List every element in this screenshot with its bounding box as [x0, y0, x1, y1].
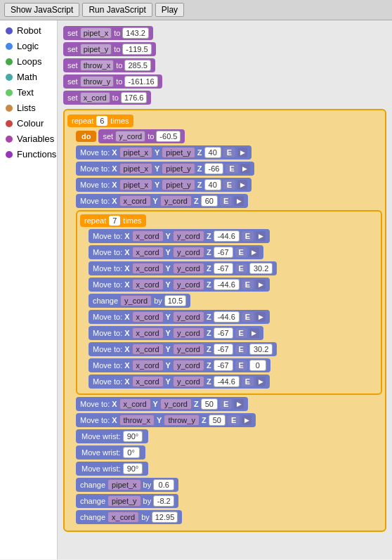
- x-var[interactable]: x_cord: [119, 398, 151, 410]
- y-var[interactable]: y_cord: [173, 376, 204, 387]
- change-var-name[interactable]: pipet_x: [107, 479, 141, 490]
- e-button[interactable]: E: [242, 312, 254, 322]
- e-button[interactable]: E: [235, 360, 247, 370]
- show-js-button[interactable]: Show JavaScript: [4, 3, 79, 17]
- set-var-name[interactable]: pipet_x: [80, 27, 112, 39]
- sidebar-item-colour[interactable]: Colour: [0, 116, 57, 131]
- x-var[interactable]: pipet_x: [119, 179, 152, 190]
- change-var-val[interactable]: 0.6: [153, 479, 174, 490]
- inner-repeat-count[interactable]: 7: [109, 216, 120, 226]
- sidebar-item-robot[interactable]: Robot: [0, 23, 57, 38]
- set-var-name[interactable]: throw_y: [80, 76, 115, 87]
- x-var[interactable]: x_cord: [132, 344, 164, 355]
- z-val[interactable]: -67: [214, 360, 233, 371]
- e-button[interactable]: E: [220, 399, 232, 409]
- y-var[interactable]: y_cord: [160, 195, 192, 207]
- e-button[interactable]: E: [223, 180, 235, 190]
- ycord-var[interactable]: y_cord: [115, 131, 145, 142]
- wrist-val[interactable]: 0°: [123, 447, 140, 458]
- change-var-name[interactable]: x_cord: [107, 512, 139, 523]
- y-var[interactable]: pipet_y: [162, 147, 195, 158]
- e-button[interactable]: E: [235, 247, 247, 257]
- y-var[interactable]: y_cord: [173, 360, 204, 371]
- z-val[interactable]: -67: [214, 327, 233, 339]
- e-button[interactable]: E: [228, 415, 240, 425]
- x-var[interactable]: x_cord: [132, 376, 164, 387]
- y-var[interactable]: y_cord: [173, 263, 204, 274]
- x-var[interactable]: x_cord: [132, 263, 164, 274]
- change-var-val[interactable]: 12.95: [152, 512, 178, 523]
- change-val[interactable]: 10.5: [164, 295, 186, 306]
- set-var-val[interactable]: -161.16: [124, 76, 157, 87]
- code-area[interactable]: set pipet_x to 143.2 set pipet_y to -119…: [58, 20, 392, 559]
- x-var[interactable]: x_cord: [132, 230, 164, 242]
- y-var[interactable]: y_cord: [173, 279, 204, 290]
- y-var[interactable]: y_cord: [160, 398, 192, 410]
- e-button[interactable]: E: [235, 328, 247, 338]
- x-var[interactable]: x_cord: [132, 311, 164, 323]
- y-var[interactable]: y_cord: [173, 247, 204, 258]
- z-val[interactable]: -44.6: [214, 230, 240, 242]
- sidebar-item-functions[interactable]: Functions: [0, 147, 57, 162]
- z-val[interactable]: -67: [214, 344, 233, 355]
- sidebar-item-math[interactable]: Math: [0, 70, 57, 84]
- z-val[interactable]: -44.6: [214, 279, 240, 290]
- y-var[interactable]: throw_y: [164, 415, 200, 426]
- z-val[interactable]: -44.6: [214, 311, 240, 323]
- z-val[interactable]: 60: [201, 195, 218, 207]
- set-var-name[interactable]: throw_x: [80, 60, 115, 71]
- play-button[interactable]: Play: [155, 3, 184, 17]
- set-var-val[interactable]: 285.5: [124, 60, 151, 71]
- e-button[interactable]: E: [223, 148, 235, 157]
- e-button[interactable]: E: [242, 280, 254, 289]
- change-var-name[interactable]: pipet_y: [107, 495, 141, 507]
- sidebar-item-lists[interactable]: Lists: [0, 100, 57, 115]
- ycord-val[interactable]: -60.5: [156, 131, 181, 142]
- x-var[interactable]: throw_x: [119, 415, 155, 426]
- y-var[interactable]: y_cord: [173, 327, 204, 339]
- x-var[interactable]: pipet_x: [119, 163, 152, 174]
- repeat-count[interactable]: 6: [96, 116, 107, 126]
- e-button[interactable]: E: [242, 377, 254, 386]
- set-var-val[interactable]: -119.5: [122, 44, 151, 55]
- e-button[interactable]: E: [235, 263, 247, 273]
- y-var[interactable]: y_cord: [173, 230, 204, 242]
- x-var[interactable]: x_cord: [132, 247, 164, 258]
- wrist-val[interactable]: 90°: [123, 463, 143, 474]
- change-var-pill[interactable]: y_cord: [120, 295, 152, 306]
- z-val[interactable]: 50: [209, 415, 226, 426]
- set-var-name[interactable]: pipet_y: [80, 44, 112, 55]
- y-var[interactable]: pipet_y: [162, 163, 195, 174]
- extra-val[interactable]: 30.2: [249, 344, 273, 355]
- e-button[interactable]: E: [220, 196, 232, 206]
- z-val[interactable]: -67: [214, 263, 233, 274]
- extra-val[interactable]: 30.2: [249, 263, 273, 274]
- z-val[interactable]: -66: [204, 163, 224, 174]
- extra-val[interactable]: 0: [249, 360, 266, 371]
- set-var-val[interactable]: 143.2: [122, 27, 149, 39]
- sidebar-item-loops[interactable]: Loops: [0, 54, 57, 69]
- change-var-val[interactable]: -8.2: [153, 495, 174, 507]
- z-val[interactable]: 40: [204, 147, 221, 158]
- run-js-button[interactable]: Run JavaScript: [82, 3, 152, 17]
- e-button[interactable]: E: [235, 344, 247, 354]
- x-var[interactable]: x_cord: [132, 360, 164, 371]
- sidebar-item-logic[interactable]: Logic: [0, 39, 57, 53]
- y-var[interactable]: y_cord: [173, 344, 204, 355]
- z-val[interactable]: -67: [214, 247, 233, 258]
- sidebar-item-variables[interactable]: Variables: [0, 131, 57, 146]
- x-var[interactable]: x_cord: [132, 327, 164, 339]
- set-var-val[interactable]: 176.6: [121, 92, 148, 103]
- z-val[interactable]: 40: [204, 179, 221, 190]
- y-var[interactable]: pipet_y: [162, 179, 195, 190]
- y-var[interactable]: y_cord: [173, 311, 204, 323]
- set-var-name[interactable]: x_cord: [80, 92, 110, 103]
- x-var[interactable]: x_cord: [119, 195, 151, 207]
- wrist-val[interactable]: 90°: [123, 431, 143, 442]
- sidebar-item-text[interactable]: Text: [0, 85, 57, 100]
- e-button[interactable]: E: [226, 164, 237, 174]
- x-var[interactable]: pipet_x: [119, 147, 152, 158]
- e-button[interactable]: E: [242, 231, 254, 241]
- z-val[interactable]: -44.6: [214, 376, 240, 387]
- z-val[interactable]: 50: [201, 398, 218, 410]
